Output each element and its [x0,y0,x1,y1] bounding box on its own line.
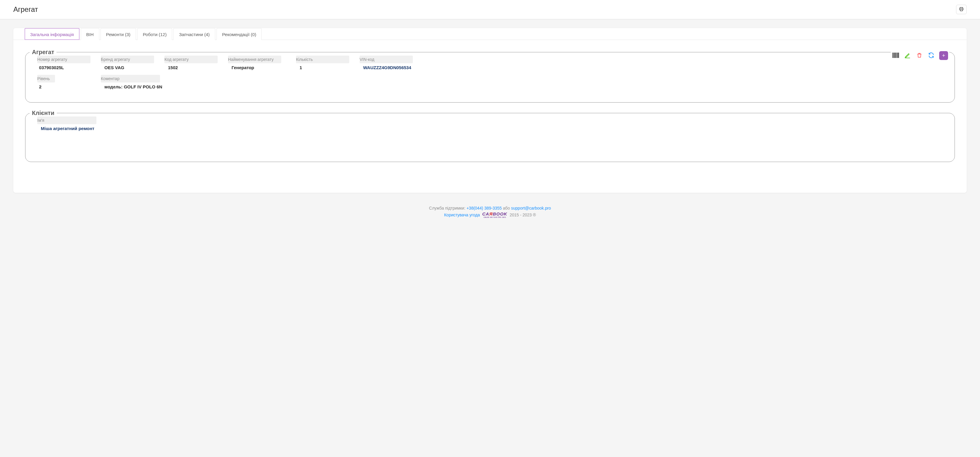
footer-support-prefix: Служба підтримки: [429,206,467,211]
field-value: 1 [296,64,360,72]
tabs-bar: Загальна інформація ВІН Ремонти (3) Робо… [13,28,967,40]
page-header: Агрегат [0,0,980,19]
field-label: Бренд агрегату [101,56,154,63]
footer-logo-line: Користувача угода CAЯBOOK cause we love … [444,212,536,218]
client-name-link[interactable]: Міша агрегатний ремонт [37,125,101,133]
tab-general-info[interactable]: Загальна інформація [25,28,80,40]
field-value: 1502 [164,64,228,72]
tab-label: Рекомендації (0) [222,32,256,37]
clients-section: Клієнти Ім'я Міша агрегатний ремонт [25,109,955,162]
field-qty: Кількість 1 [296,56,360,72]
print-icon [959,7,964,13]
field-value: 037903025L [37,64,101,72]
tab-label: Ремонти (3) [106,32,130,37]
field-value: 2 [37,84,101,91]
footer: Служба підтримки: +38(044) 389-3355 або … [0,198,980,225]
field-client-name: Ім'я Міша агрегатний ремонт [37,116,101,133]
tab-works[interactable]: Роботи (12) [137,28,172,40]
field-value: Генератор [228,64,296,72]
logo-subtitle: cause we love the cars [484,216,506,218]
field-label: Ім'я [37,116,96,124]
trash-icon [916,52,922,59]
svg-rect-5 [895,52,895,58]
field-vin: VIN-код WAUZZZ4G9DN056534 [360,56,436,72]
svg-rect-3 [893,52,894,58]
tab-label: ВІН [86,32,94,37]
svg-rect-10 [898,52,899,58]
logo-part-1: CA [482,211,489,216]
vin-link[interactable]: WAUZZZ4G9DN056534 [360,64,436,72]
print-button[interactable] [956,5,967,14]
svg-rect-2 [892,52,893,58]
carbook-logo: CAЯBOOK cause we love the cars [482,212,508,218]
main-container: Загальна інформація ВІН Ремонти (3) Робо… [0,19,980,198]
field-label: Код агрегату [164,56,218,63]
tab-recommendations[interactable]: Рекомендації (0) [216,28,262,40]
edit-button[interactable] [904,52,912,59]
field-comment: Коментар модель: GOLF IV POLO 6N [101,75,219,91]
field-value: модель: GOLF IV POLO 6N [101,84,219,91]
field-label: Коментар [101,75,160,83]
footer-agreement-link[interactable]: Користувача угода [444,213,480,217]
field-number: Номер агрегату 037903025L [37,56,101,72]
footer-years: 2015 - 2023 ® [509,213,536,217]
field-label: Рівень [37,75,55,83]
field-code: Код агрегату 1502 [164,56,228,72]
main-card: Загальна інформація ВІН Ремонти (3) Робо… [13,28,967,193]
add-button[interactable]: + [939,51,948,60]
tab-parts[interactable]: Запчастини (4) [173,28,215,40]
tab-repairs[interactable]: Ремонти (3) [100,28,136,40]
refresh-icon [928,52,934,59]
svg-rect-0 [960,7,963,8]
logo-part-3: BOOK [493,211,507,216]
tab-content: Агрегат [13,40,967,193]
tab-label: Роботи (12) [143,32,167,37]
footer-or: або [502,206,511,211]
barcode-button[interactable] [892,52,900,59]
tab-label: Запчастини (4) [179,32,210,37]
field-label: VIN-код [360,56,413,63]
aggregate-section-title: Агрегат [30,49,56,56]
field-level: Рівень 2 [37,75,101,91]
svg-rect-1 [961,10,963,11]
page-title: Агрегат [13,5,38,14]
field-brand: Бренд агрегату OES VAG [101,56,164,72]
aggregate-section: Агрегат [25,49,955,103]
footer-email-link[interactable]: support@carbook.pro [511,206,551,211]
plus-icon: + [942,52,945,59]
svg-rect-7 [896,52,897,58]
aggregate-fields: Номер агрегату 037903025L Бренд агрегату… [33,56,947,94]
logo-part-accent: Я [489,211,493,216]
barcode-icon [892,52,900,60]
refresh-button[interactable] [928,52,935,59]
tab-label: Загальна інформація [30,32,74,37]
edit-icon [904,52,911,59]
footer-support-line: Служба підтримки: +38(044) 389-3355 або … [0,206,980,211]
field-label: Номер агрегату [37,56,91,63]
svg-rect-9 [897,52,898,58]
clients-fields: Ім'я Міша агрегатний ремонт [33,116,947,154]
field-name: Найменування агрегату Генератор [228,56,296,72]
field-label: Кількість [296,56,349,63]
field-label: Найменування агрегату [228,56,281,63]
svg-rect-6 [896,52,896,58]
delete-button[interactable] [916,52,923,59]
field-value: OES VAG [101,64,164,72]
clients-section-title: Клієнти [30,109,57,116]
tab-vin[interactable]: ВІН [81,28,99,40]
svg-rect-4 [894,52,894,58]
footer-phone-link[interactable]: +38(044) 389-3355 [466,206,502,211]
